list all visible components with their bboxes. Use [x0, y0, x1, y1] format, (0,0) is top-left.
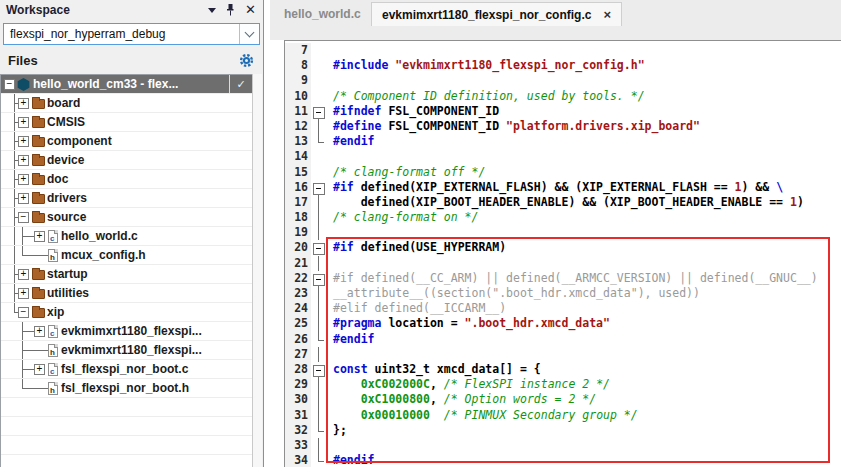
code-line: #endif [327, 453, 841, 467]
collapse-icon[interactable]: − [18, 212, 29, 223]
tree-item-label: fsl_flexspi_nor_boot.c [61, 360, 188, 378]
fold-collapse-icon[interactable] [311, 104, 327, 119]
editor-tabbar: hello_world.cevkmimxrt1180_flexspi_nor_c… [270, 0, 841, 40]
tree-row[interactable]: mcux_config.h [1, 246, 252, 265]
tree-row[interactable]: +component [1, 132, 252, 151]
pin-icon[interactable] [226, 4, 235, 16]
tree-row[interactable]: −xip [1, 303, 252, 322]
line-number: 32 [285, 423, 311, 438]
tree-row[interactable]: +drivers [1, 189, 252, 208]
dropdown-button[interactable] [239, 24, 259, 44]
files-label: Files [8, 53, 239, 68]
tree-item-label: evkmimxrt1180_flexspi... [61, 341, 202, 359]
line-number: 17 [285, 195, 311, 210]
gear-icon[interactable] [239, 53, 254, 68]
tree-row[interactable]: +startup [1, 265, 252, 284]
fold-collapse-icon[interactable] [311, 240, 327, 255]
fold-collapse-icon[interactable] [311, 271, 327, 286]
file-tree[interactable]: −hello_world_cm33 - flex...✓+board+CMSIS… [0, 74, 253, 467]
code-segment: /* clang-format on */ [333, 210, 478, 224]
code-line: #include "evkmimxrt1180_flexspi_nor_conf… [327, 58, 841, 73]
expand-icon[interactable]: + [18, 174, 29, 185]
tree-row[interactable]: −source [1, 208, 252, 227]
code-line: #if defined(__CC_ARM) || defined(__ARMCC… [327, 271, 841, 286]
fold-margin-cell [311, 134, 327, 149]
expand-icon[interactable]: + [18, 98, 29, 109]
line-number: 22 [285, 271, 311, 286]
tree-item-label: CMSIS [47, 113, 85, 131]
chevron-down-icon [245, 28, 255, 38]
panel-menu-icon[interactable] [208, 8, 216, 13]
files-header: Files [0, 48, 262, 73]
tree-item-label: doc [47, 170, 68, 188]
expand-icon[interactable]: + [18, 288, 29, 299]
workspace-title: Workspace [6, 3, 208, 17]
tree-row[interactable]: +utilities [1, 284, 252, 303]
code-segment: #if defined(__CC_ARM) || defined(__ARMCC… [333, 271, 818, 285]
tree-scrollbar[interactable] [252, 74, 262, 467]
line-number: 30 [285, 392, 311, 407]
code-line: #ifndef FSL_COMPONENT_ID [327, 104, 841, 119]
tree-row[interactable]: +device [1, 151, 252, 170]
code-segment: __attribute__((section(".boot_hdr.xmcd_d… [333, 286, 700, 300]
tree-item-label: component [47, 132, 112, 150]
tree-row[interactable]: +fsl_flexspi_nor_boot.c [1, 360, 252, 379]
code-line: #if defined(USE_HYPERRAM) [327, 240, 841, 255]
tree-row[interactable]: evkmimxrt1180_flexspi... [1, 341, 252, 360]
code-segment: 0xC1000800 [361, 392, 430, 406]
expand-icon[interactable]: + [18, 193, 29, 204]
editor-tab-inactive[interactable]: hello_world.c [274, 2, 372, 26]
fold-collapse-icon[interactable] [311, 362, 327, 377]
expand-icon[interactable]: + [34, 364, 45, 375]
tree-row[interactable]: +evkmimxrt1180_flexspi... [1, 322, 252, 341]
code-segment: #include [333, 58, 395, 72]
tree-item-label: board [47, 94, 80, 112]
code-line: 0x00010000 /* PINMUX Secondary group */ [327, 408, 841, 423]
code-text-area[interactable]: #include "evkmimxrt1180_flexspi_nor_conf… [327, 43, 841, 467]
editor-tab-active[interactable]: evkmimxrt1180_flexspi_nor_config.c× [371, 2, 622, 26]
tree-row[interactable]: +board [1, 94, 252, 113]
code-segment: const [333, 362, 375, 376]
code-segment: 0x00010000 [361, 408, 430, 422]
tree-row[interactable]: fsl_flexspi_nor_boot.h [1, 379, 252, 398]
code-segment: "platform.drivers.xip_board" [506, 119, 700, 133]
collapse-icon[interactable]: − [4, 79, 15, 90]
code-segment: ) [797, 195, 804, 209]
code-segment: 1 [735, 180, 742, 194]
expand-icon[interactable]: + [34, 231, 45, 242]
tree-row[interactable]: +CMSIS [1, 113, 252, 132]
fold-margin-cell [311, 423, 327, 438]
expand-icon[interactable]: + [18, 269, 29, 280]
code-segment: }; [333, 423, 347, 437]
tree-item-label: hello_world_cm33 - flex... [33, 75, 178, 93]
expand-icon[interactable]: + [18, 155, 29, 166]
build-config-dropdown[interactable]: flexspi_nor_hyperram_debug [3, 23, 260, 45]
code-line: 0xC1000800, /* Option words = 2 */ [327, 392, 841, 407]
expand-icon[interactable]: + [18, 117, 29, 128]
tree-row[interactable]: +hello_world.c [1, 227, 252, 246]
code-segment: #endif [333, 453, 375, 467]
fold-collapse-icon[interactable] [311, 180, 327, 195]
expand-icon[interactable]: + [34, 326, 45, 337]
ide-window: Workspace ✕ flexspi_nor_hyperram_debug F… [0, 0, 841, 467]
tree-row[interactable]: +doc [1, 170, 252, 189]
code-line [327, 73, 841, 88]
folder-icon [32, 289, 45, 299]
code-segment [333, 377, 361, 391]
tree-row-empty [1, 436, 252, 455]
tab-close-icon[interactable]: × [603, 7, 611, 22]
project-check-cell[interactable]: ✓ [229, 75, 252, 93]
collapse-icon[interactable]: − [18, 307, 29, 318]
tab-label: evkmimxrt1180_flexspi_nor_config.c [382, 8, 591, 22]
code-segment: "evkmimxrt1180_flexspi_nor_config.h" [395, 58, 644, 72]
tree-row[interactable]: −hello_world_cm33 - flex...✓ [1, 75, 252, 94]
code-segment: #endif [333, 134, 375, 148]
expand-icon[interactable]: + [18, 136, 29, 147]
code-fold-margin[interactable] [311, 43, 327, 467]
code-editor[interactable]: 7891011121314151617181920212223242526272… [284, 40, 841, 467]
fold-margin-cell [311, 332, 327, 347]
fold-margin-cell [311, 225, 327, 240]
close-icon[interactable]: ✕ [245, 4, 256, 16]
code-segment: defined(XIP_BOOT_HEADER_ENABLE) && (XIP_… [333, 195, 790, 209]
fold-margin-cell [311, 347, 327, 362]
